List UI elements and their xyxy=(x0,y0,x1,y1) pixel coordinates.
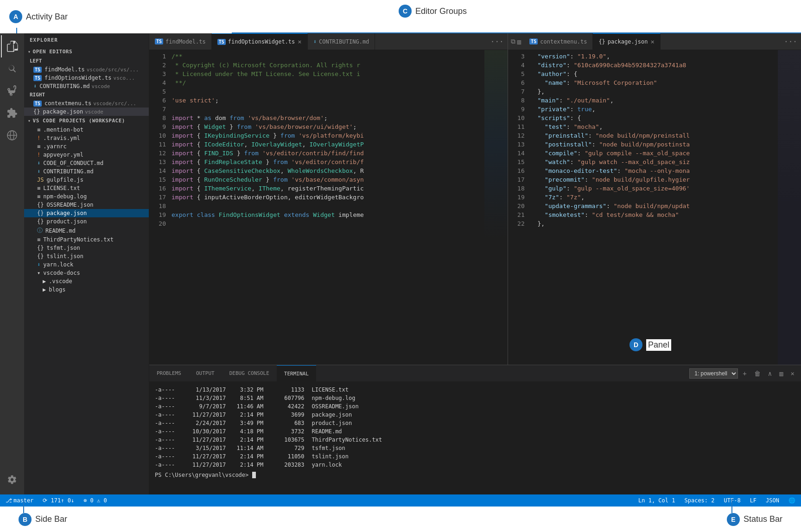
proj-tsfmt-name: tsfmt.json xyxy=(46,245,80,251)
proj-thirdparty-name: ThirdPartyNotices.txt xyxy=(43,236,114,243)
terminal-content[interactable]: -a---- 1/13/2017 3:32 PM 1133LICENSE.txt… xyxy=(149,382,801,494)
errors-label: ⊗ 0 ⚠ 0 xyxy=(83,497,107,504)
status-line-endings[interactable]: LF xyxy=(748,497,758,504)
proj-appveyor[interactable]: ! appveyor.yml xyxy=(24,151,149,159)
vscode-folder-chevron: ▶ xyxy=(43,278,46,285)
line-endings-label: LF xyxy=(750,497,756,504)
terminal-row: -a---- 11/27/2017 2:14 PM 203283yarn.loc… xyxy=(155,461,795,469)
status-branch[interactable]: ⎇ master xyxy=(4,497,35,504)
open-editor-findoptionswidget-path: vsco... xyxy=(114,75,135,81)
blogs-folder-chevron: ▶ xyxy=(43,286,46,293)
panel-chevron-up[interactable]: ∧ xyxy=(765,369,775,378)
proj-product-json-name: product.json xyxy=(46,218,87,225)
ts-file-icon2: TS xyxy=(33,75,42,81)
terminal-selector[interactable]: 1: powershell xyxy=(689,368,738,379)
tab-more-left[interactable]: ··· xyxy=(487,37,508,46)
proj-readme[interactable]: ⓘ README.md xyxy=(24,226,149,235)
tab-more-right[interactable]: ··· xyxy=(780,37,801,46)
tab-findoptionswidget[interactable]: TS findOptionsWidget.ts × xyxy=(212,33,308,50)
status-errors[interactable]: ⊗ 0 ⚠ 0 xyxy=(82,497,109,504)
open-editors-section[interactable]: ▾ OPEN EDITORS xyxy=(24,47,149,57)
proj-product-json[interactable]: {} product.json xyxy=(24,217,149,226)
tab-package-json-close[interactable]: × xyxy=(651,38,655,45)
panel-close-btn[interactable]: × xyxy=(788,369,797,378)
proj-tsfmt[interactable]: {} tsfmt.json xyxy=(24,244,149,252)
tab-contributing[interactable]: ⬇ CONTRIBUTING.md xyxy=(308,33,375,50)
proj-package-json[interactable]: {} package.json xyxy=(24,209,149,217)
panel-tab-debug-console[interactable]: DEBUG CONSOLE xyxy=(222,365,277,382)
panel-tab-problems[interactable]: PROBLEMS xyxy=(149,365,189,382)
proj-contributing-name: CONTRIBUTING.md xyxy=(43,168,93,175)
open-editor-contextmenu[interactable]: TS contextmenu.ts vscode/src/... xyxy=(24,99,149,108)
open-editor-findoptionswidget[interactable]: TS findOptionsWidget.ts vsco... xyxy=(24,74,149,82)
open-editor-contextmenu-path: vscode/src/... xyxy=(93,101,136,107)
code-left[interactable]: /** * Copyright (c) Microsoft Corporatio… xyxy=(172,50,484,365)
proj-code-of-conduct[interactable]: ⬇ CODE_OF_CONDUCT.md xyxy=(24,159,149,167)
search-activity-icon[interactable] xyxy=(1,57,23,80)
proj-gulpfile[interactable]: JS gulpfile.js xyxy=(24,176,149,184)
settings-activity-icon[interactable] xyxy=(1,469,23,491)
proj-tslint[interactable]: {} tslint.json xyxy=(24,252,149,260)
proj-npm-debug[interactable]: ≡ npm-debug.log xyxy=(24,192,149,201)
proj-yarn-lock[interactable]: ⬇ yarn.lock xyxy=(24,260,149,269)
tab-contextmenu[interactable]: TS contextmenu.ts xyxy=(524,33,593,50)
terminal-row: -a---- 11/27/2017 2:14 PM 103675ThirdPar… xyxy=(155,436,795,444)
tab-package-json[interactable]: {} package.json × xyxy=(593,33,661,50)
proj-travis[interactable]: ! .travis.yml xyxy=(24,134,149,142)
sidebar: EXPLORER ▾ OPEN EDITORS LEFT TS findMode… xyxy=(24,33,149,494)
projects-section[interactable]: ▾ VS CODE PROJECTS (WORKSPACE) xyxy=(24,116,149,126)
panel-tab-terminal[interactable]: TERMINAL xyxy=(277,365,316,382)
open-editor-findmodel[interactable]: TS findModel.ts vscode/src/vs/... xyxy=(24,65,149,74)
minimap-right xyxy=(778,50,801,365)
appveyor-icon: ! xyxy=(37,152,40,158)
warn-icon: ! xyxy=(37,135,40,141)
projects-chevron: ▾ xyxy=(28,118,31,123)
kill-terminal-btn[interactable]: 🗑 xyxy=(751,369,763,378)
proj-mention-bot[interactable]: ≡ .mention-bot xyxy=(24,126,149,134)
extensions-activity-icon[interactable] xyxy=(1,102,23,124)
status-spaces[interactable]: Spaces: 2 xyxy=(682,497,716,504)
proj-vscode-docs[interactable]: ▾ vscode-docs xyxy=(24,269,149,277)
proj-blogs-folder[interactable]: ▶ blogs xyxy=(24,285,149,294)
panel-split-btn[interactable]: ▥ xyxy=(776,369,786,378)
files-activity-icon[interactable] xyxy=(1,35,23,57)
annotation-b-label: Side Bar xyxy=(35,514,67,524)
proj-thirdparty[interactable]: ≡ ThirdPartyNotices.txt xyxy=(24,235,149,244)
projects-list: ≡ .mention-bot ! .travis.yml ≡ .yarnrc !… xyxy=(24,126,149,494)
right-group-label: RIGHT xyxy=(24,90,149,99)
panel: PROBLEMS OUTPUT DEBUG CONSOLE TERMINAL 1… xyxy=(149,365,801,494)
split-editor-icon[interactable]: ⧉ xyxy=(511,38,515,45)
tab-findoptionswidget-close[interactable]: × xyxy=(298,38,301,45)
editor-groups: TS findModel.ts TS findOptionsWidget.ts … xyxy=(149,33,801,365)
tab-findmodel[interactable]: TS findModel.ts xyxy=(149,33,212,50)
proj-ossreadme[interactable]: {} OSSREADME.json xyxy=(24,201,149,209)
status-language[interactable]: JSON xyxy=(764,497,781,504)
remote-activity-icon[interactable] xyxy=(1,124,23,146)
minimap-left xyxy=(484,50,508,365)
status-globe[interactable]: 🌐 xyxy=(787,497,797,504)
status-position[interactable]: Ln 1, Col 1 xyxy=(636,497,677,504)
terminal-row: -a---- 11/3/2017 8:51 AM 607796npm-debug… xyxy=(155,394,795,402)
proj-vscode-folder[interactable]: ▶ .vscode xyxy=(24,277,149,285)
editor-group-left: TS findModel.ts TS findOptionsWidget.ts … xyxy=(149,33,508,365)
status-sync[interactable]: ⟳ 171↑ 0↓ xyxy=(41,497,76,504)
proj-coc-name: CODE_OF_CONDUCT.md xyxy=(43,160,103,166)
panel-tab-output[interactable]: OUTPUT xyxy=(189,365,222,382)
open-editor-contributing[interactable]: ⬇ CONTRIBUTING.md vscode xyxy=(24,82,149,90)
proj-license[interactable]: ≡ LICENSE.txt xyxy=(24,184,149,192)
layout-icon[interactable]: ▥ xyxy=(517,38,521,45)
tab-bar-right: ⧉ ▥ TS contextmenu.ts {} package.json × xyxy=(508,33,801,50)
terminal-row: -a---- 2/24/2017 3:49 PM 683product.json xyxy=(155,419,795,427)
md-file-icon: ⬇ xyxy=(33,83,37,89)
source-control-activity-icon[interactable] xyxy=(1,80,23,102)
tab-contextmenu-label: contextmenu.ts xyxy=(540,38,587,45)
open-editor-package[interactable]: {} package.json vscode xyxy=(24,108,149,116)
open-editor-contributing-name: CONTRIBUTING.md xyxy=(39,83,89,89)
new-terminal-btn[interactable]: + xyxy=(740,369,749,378)
open-editor-package-path: vscode xyxy=(85,109,103,115)
main-area: EXPLORER ▾ OPEN EDITORS LEFT TS findMode… xyxy=(0,33,801,494)
code-right[interactable]: "version": "1.19.0", "distro": "610ca699… xyxy=(530,50,778,365)
json-file-icon: {} xyxy=(33,108,40,115)
proj-yarnrc[interactable]: ≡ .yarnrc xyxy=(24,142,149,151)
proj-contributing[interactable]: ⬇ CONTRIBUTING.md xyxy=(24,167,149,176)
